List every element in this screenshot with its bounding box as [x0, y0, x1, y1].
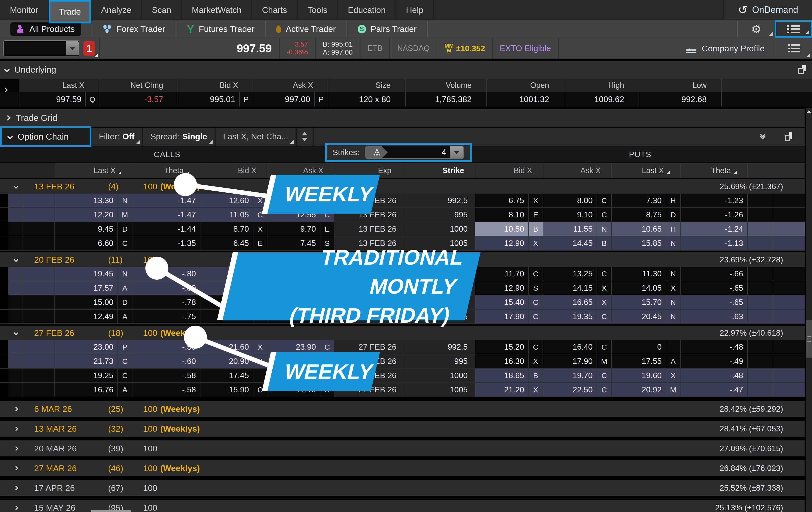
strike-cell[interactable]: 1000: [402, 369, 475, 382]
call-bid-cell[interactable]: 8.70: [200, 222, 253, 236]
put-theta-cell[interactable]: -1.23: [680, 194, 748, 207]
put-last-cell[interactable]: 11.30: [612, 267, 666, 280]
strikes-dropdown[interactable]: 4: [365, 146, 464, 159]
call-theta-cell[interactable]: -.80: [133, 267, 200, 280]
put-theta-cell[interactable]: -.47: [680, 383, 748, 397]
col-call-bid[interactable]: Bid X: [200, 163, 267, 178]
expiration-header-collapsed[interactable]: 6 MAR 26 (25) 100 (Weeklys) 28.42% (±59.…: [0, 401, 805, 417]
col-put-bid[interactable]: Bid X: [475, 163, 543, 178]
col-put-theta[interactable]: Theta: [680, 163, 748, 178]
put-last-cell[interactable]: 14.05: [612, 281, 666, 295]
put-theta-cell[interactable]: -.65: [680, 281, 748, 295]
call-last-cell[interactable]: 6.60: [55, 236, 118, 250]
layout-dropdown[interactable]: Last X, Net Cha...: [215, 128, 296, 145]
put-theta-cell[interactable]: -.48: [680, 369, 748, 382]
put-ask-cell[interactable]: 16.65: [543, 295, 597, 309]
call-last-cell[interactable]: 23.00: [55, 340, 118, 354]
spread-dropdown[interactable]: Spread: Single: [143, 128, 215, 145]
put-theta-cell[interactable]: -.49: [680, 354, 748, 368]
detach-window-icon[interactable]: [784, 132, 792, 141]
menu-item-education[interactable]: Education: [338, 0, 396, 20]
strike-cell[interactable]: 1000: [402, 222, 475, 236]
underlying-bid-cell[interactable]: 995.01P: [178, 92, 253, 107]
scrollbar-handle[interactable]: [806, 320, 812, 358]
put-ask-cell[interactable]: 8.00: [543, 194, 597, 207]
col-open[interactable]: Open: [487, 79, 564, 92]
call-bid-cell[interactable]: 21.60: [200, 340, 253, 354]
company-profile-button[interactable]: Company Profile: [676, 44, 775, 53]
tab-futures-trader[interactable]: Y Futures Trader: [176, 20, 266, 37]
exp-cell[interactable]: 13 FEB 26: [334, 222, 402, 236]
put-bid-cell[interactable]: 17.90: [475, 309, 529, 323]
call-last-cell[interactable]: 9.45: [55, 222, 118, 236]
filter-dropdown[interactable]: Filter: Off: [91, 128, 143, 145]
put-theta-cell[interactable]: -.66: [680, 267, 748, 280]
put-last-cell[interactable]: 8.75: [612, 208, 666, 222]
put-bid-cell[interactable]: 8.10: [475, 208, 529, 222]
market-maker-move[interactable]: MMM ±10.352: [437, 38, 492, 58]
put-last-cell[interactable]: 20.45: [612, 309, 666, 323]
call-theta-cell[interactable]: -.78: [133, 295, 200, 309]
menu-item-tools[interactable]: Tools: [297, 0, 338, 20]
put-ask-cell[interactable]: 16.40: [543, 340, 597, 354]
col-call-last[interactable]: Last X: [55, 163, 133, 178]
exp-cell[interactable]: 27 FEB 26: [334, 340, 402, 354]
strike-cell[interactable]: 992.5: [402, 194, 475, 207]
put-ask-cell[interactable]: 14.45: [543, 236, 597, 250]
put-last-cell[interactable]: 15.70: [612, 295, 666, 309]
put-ask-cell[interactable]: 14.15: [543, 281, 597, 295]
put-last-cell[interactable]: 17.55: [612, 354, 666, 368]
symbol-input[interactable]: [3, 40, 80, 56]
col-low[interactable]: Low: [639, 79, 722, 92]
col-strike[interactable]: Strike: [402, 163, 475, 178]
col-volume[interactable]: Volume: [406, 79, 487, 92]
menu-item-help[interactable]: Help: [396, 0, 434, 20]
col-put-ask[interactable]: Ask X: [543, 163, 612, 178]
expiration-header[interactable]: 13 FEB 26 (4) 100 (Weeklys) 25.69% (±21.…: [0, 179, 805, 194]
layout-list-button[interactable]: [775, 20, 812, 37]
expiration-header-collapsed[interactable]: 20 MAR 26 (39) 100 27.09% (±70.615): [0, 440, 805, 456]
strikes-mode-chip[interactable]: [366, 146, 388, 158]
tab-pairs-trader[interactable]: S Pairs Trader: [347, 20, 428, 37]
put-last-cell[interactable]: 0: [612, 340, 666, 354]
horizontal-scrollbar-thumb[interactable]: [91, 510, 131, 512]
call-last-cell[interactable]: 13.30: [55, 194, 118, 207]
put-ask-cell[interactable]: 19.70: [543, 369, 597, 382]
strike-cell[interactable]: 1005: [402, 383, 475, 397]
settings-button[interactable]: ⚙: [737, 20, 775, 37]
call-bid-cell[interactable]: 11.05: [200, 208, 253, 222]
call-theta-cell[interactable]: -1.47: [133, 194, 200, 207]
call-last-cell[interactable]: 21.73: [55, 354, 118, 368]
put-theta-cell[interactable]: -.48: [680, 340, 748, 354]
alert-badge[interactable]: 1: [83, 41, 95, 56]
put-bid-cell[interactable]: 18.65: [475, 369, 529, 382]
collapse-all-button[interactable]: [760, 135, 764, 139]
symbol-dropdown-button[interactable]: [66, 41, 79, 55]
call-theta-cell[interactable]: -.75: [133, 309, 200, 323]
call-last-cell[interactable]: 19.25: [55, 369, 118, 382]
put-last-cell[interactable]: 15.85: [612, 236, 666, 250]
underlying-volume-cell[interactable]: 1,785,382: [406, 92, 487, 107]
strike-cell[interactable]: 995: [402, 354, 475, 368]
menu-item-scan[interactable]: Scan: [142, 0, 182, 20]
call-last-cell[interactable]: 12.49: [55, 309, 118, 323]
spinner-up-icon[interactable]: [302, 132, 307, 135]
vertical-scrollbar[interactable]: [805, 108, 812, 512]
menu-item-marketwatch[interactable]: MarketWatch: [182, 0, 252, 20]
call-theta-cell[interactable]: -.60: [133, 354, 200, 368]
spinner-down-icon[interactable]: [302, 138, 307, 141]
call-theta-cell[interactable]: -1.47: [133, 208, 200, 222]
expiration-header-collapsed[interactable]: 27 MAR 26 (46) 100 (Weeklys) 26.84% (±76…: [0, 460, 805, 476]
put-bid-cell[interactable]: 15.40: [475, 295, 529, 309]
call-theta-cell[interactable]: -.58: [133, 383, 200, 397]
col-ask-x[interactable]: Ask X: [253, 79, 328, 92]
put-bid-cell[interactable]: 16.30: [475, 354, 529, 368]
col-call-theta[interactable]: Theta: [133, 163, 200, 178]
col-high[interactable]: High: [564, 79, 639, 92]
strike-cell[interactable]: 992.5: [402, 340, 475, 354]
call-bid-cell[interactable]: 15.90: [200, 383, 253, 397]
put-bid-cell[interactable]: 15.20: [475, 340, 529, 354]
put-bid-cell[interactable]: 6.75: [475, 194, 529, 207]
call-ask-cell[interactable]: 23.90: [267, 340, 320, 354]
put-last-cell[interactable]: 7.30: [612, 194, 666, 207]
